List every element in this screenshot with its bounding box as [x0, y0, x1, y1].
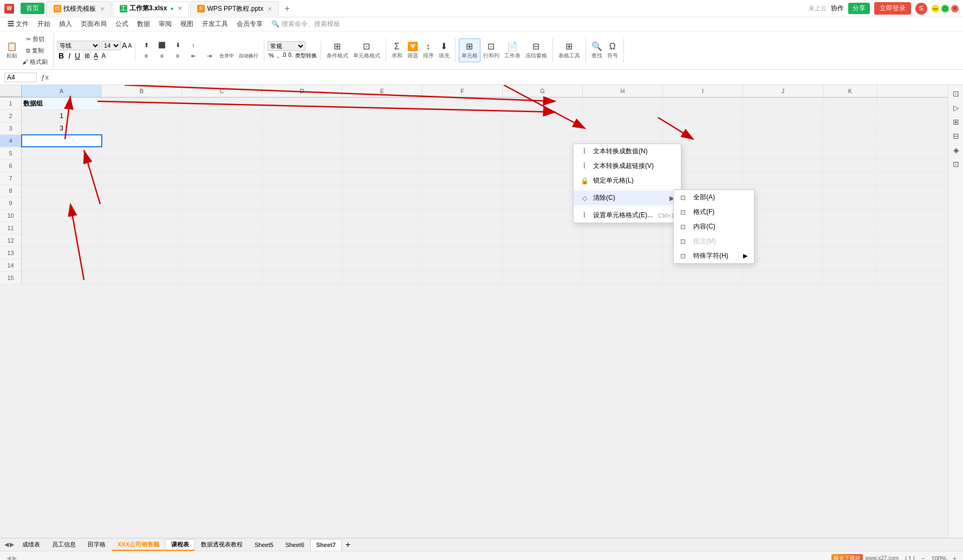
bold-button[interactable]: B [57, 51, 66, 60]
cell-G4[interactable] [503, 135, 583, 147]
cell-B4[interactable] [102, 135, 182, 147]
cell-E4[interactable] [342, 135, 422, 147]
col-header-C[interactable]: C [182, 85, 262, 97]
cell-H1[interactable] [583, 97, 663, 109]
cell-A5[interactable] [22, 147, 102, 159]
sheet-tab-sheet5[interactable]: Sheet5 [249, 539, 279, 551]
cell-G2[interactable] [503, 110, 583, 122]
row-header-10[interactable]: 10 [0, 210, 22, 222]
menu-formula[interactable]: 公式 [112, 18, 132, 30]
cell-H2[interactable] [583, 110, 663, 122]
menu-search[interactable]: 🔍 搜索命令、搜索模板 [268, 18, 343, 30]
home-tab[interactable]: 首页 [21, 3, 44, 14]
menu-item-lock-cell[interactable]: 🔒 锁定单元格(L) [574, 173, 681, 188]
tab-ppt[interactable]: P WPS PPT教程.pptx ✕ [190, 1, 279, 16]
menu-layout[interactable]: 页面布局 [77, 18, 110, 30]
zoom-out-btn[interactable]: − [921, 555, 925, 561]
collab-btn[interactable]: 协作 [831, 4, 844, 13]
row-header-14[interactable]: 14 [0, 259, 22, 271]
submenu-special-char[interactable]: ⊡ 特殊字符(H) ▶ [674, 249, 754, 263]
font-size-decrease[interactable]: A [128, 43, 132, 49]
cell-J1[interactable] [743, 97, 823, 109]
col-header-E[interactable]: E [342, 85, 422, 97]
row-header-11[interactable]: 11 [0, 222, 22, 234]
sheet-tab-grades[interactable]: 成绩表 [16, 539, 46, 551]
font-color-button[interactable]: A [100, 52, 107, 60]
percent-button[interactable]: % [268, 52, 275, 60]
cell-I3[interactable] [663, 122, 743, 134]
row-header-8[interactable]: 8 [0, 185, 22, 197]
cell-G3[interactable] [503, 122, 583, 134]
symbol-button[interactable]: Ω 符号 [605, 38, 620, 62]
sidebar-btn-2[interactable]: ▷ [949, 101, 962, 114]
fill-color-button[interactable]: A̲ [93, 52, 99, 60]
row-header-2[interactable]: 2 [0, 110, 22, 122]
sheet-tab-sales[interactable]: XXX公司销售额 [112, 539, 165, 551]
cell-C2[interactable] [182, 110, 262, 122]
sidebar-btn-3[interactable]: ⊞ [949, 115, 962, 128]
text-direction-button[interactable]: ↕ [186, 40, 201, 50]
italic-button[interactable]: I [67, 51, 72, 60]
sidebar-btn-1[interactable]: ⊡ [949, 87, 962, 100]
maximize-button[interactable]: □ [941, 5, 949, 12]
clear-submenu[interactable]: ⊡ 全部(A) ⊡ 格式(F) ⊡ 内容(C) ⊡ 批注(M) ⊡ 特殊字符(H… [673, 190, 754, 264]
cell-D2[interactable] [262, 110, 342, 122]
cell-C4[interactable] [182, 135, 262, 147]
sidebar-btn-6[interactable]: ⊡ [949, 158, 962, 171]
find-button[interactable]: 🔍 查找 [589, 38, 604, 62]
cell-E2[interactable] [342, 110, 422, 122]
zoom-in-btn[interactable]: + [953, 555, 957, 561]
align-top-button[interactable]: ⬆ [139, 40, 154, 50]
sheet-tab-sheet7[interactable]: Sheet7 [310, 539, 342, 551]
cut-button[interactable]: ✂ 剪切 [20, 34, 50, 44]
cell-C1[interactable] [182, 97, 262, 109]
sheet-tab-employee[interactable]: 员工信息 [46, 539, 82, 551]
cell-A3[interactable]: 3 [22, 122, 102, 134]
col-header-G[interactable]: G [503, 85, 583, 97]
cell-A1[interactable]: 数据组 [22, 97, 102, 109]
row-col-button[interactable]: ⊡ 行和列 [481, 38, 502, 62]
context-menu[interactable]: Ī 文本转换成数值(N) Ī 文本转换成超链接(V) 🔒 锁定单元格(L) ◇ … [573, 144, 681, 223]
cell-I1[interactable] [663, 97, 743, 109]
row-header-12[interactable]: 12 [0, 235, 22, 246]
row-header-4[interactable]: 4 [0, 135, 22, 147]
border-button[interactable]: ⊞ [83, 51, 92, 60]
underline-button[interactable]: U [73, 51, 82, 60]
submenu-content[interactable]: ⊡ 内容(C) [674, 219, 754, 234]
add-tab-button[interactable]: + [280, 2, 294, 16]
sheet-tab-course[interactable]: 课程表 [165, 539, 195, 551]
login-button[interactable]: 立即登录 [874, 2, 911, 15]
row-header-3[interactable]: 3 [0, 122, 22, 134]
cell-H3[interactable] [583, 122, 663, 134]
row-header-9[interactable]: 9 [0, 197, 22, 209]
copy-button[interactable]: ⧉ 复制 [20, 45, 50, 56]
merge-center-button[interactable]: 合并中 [217, 51, 236, 61]
menu-item-text-to-value[interactable]: Ī 文本转换成数值(N) [574, 144, 681, 159]
cell-E3[interactable] [342, 122, 422, 134]
auto-wrap-button[interactable]: 自动换行 [237, 51, 261, 61]
sidebar-btn-4[interactable]: ⊟ [949, 129, 962, 142]
formula-input[interactable] [53, 74, 959, 81]
cell-J2[interactable] [743, 110, 823, 122]
cell-K3[interactable] [823, 122, 877, 134]
align-center-button[interactable]: ≡ [154, 51, 170, 61]
sheet-tab-pivot[interactable]: 数据透视表教程 [195, 539, 249, 551]
tab-excel[interactable]: 工 工作第3.xlsx ● ✕ [113, 1, 189, 16]
row-header-5[interactable]: 5 [0, 147, 22, 159]
tab-close-excel[interactable]: ✕ [178, 5, 182, 11]
cell-E1[interactable] [342, 97, 422, 109]
submenu-format[interactable]: ⊡ 格式(F) [674, 205, 754, 219]
fill-button[interactable]: ⬇ 填充 [437, 38, 452, 62]
decimal-decrease-button[interactable]: 0. [288, 52, 293, 60]
align-middle-button[interactable]: ⬛ [154, 40, 170, 50]
menu-dev[interactable]: 开发工具 [199, 18, 231, 30]
decimal-increase-button[interactable]: .0 [281, 52, 287, 60]
menu-item-clear[interactable]: ◇ 清除(C) ▶ [574, 191, 681, 205]
font-size-select[interactable]: 14 [101, 41, 121, 50]
menu-review[interactable]: 审阅 [155, 18, 175, 30]
paste-button[interactable]: 📋 粘贴 [4, 38, 19, 62]
sheet-nav-prev[interactable]: ◀ [4, 541, 9, 548]
sidebar-btn-5[interactable]: ◈ [949, 144, 962, 157]
menu-home[interactable]: 开始 [34, 18, 54, 30]
cell-F3[interactable] [422, 122, 503, 134]
